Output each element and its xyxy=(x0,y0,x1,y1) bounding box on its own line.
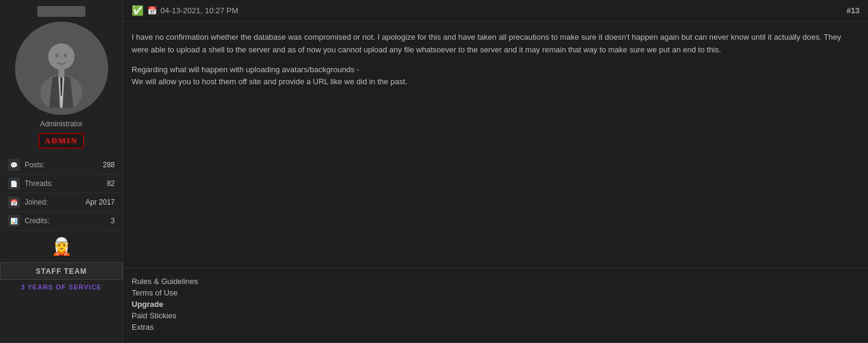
user-special-icon: 🧝 xyxy=(51,230,72,262)
post-paragraph-2: Regarding what will happen with uploadin… xyxy=(132,64,860,89)
years-service-bar: 3 YEARS OF SERVICE xyxy=(0,280,123,294)
post-body: I have no confirmation whether the datab… xyxy=(123,22,868,268)
admin-badge-text: ADMIN xyxy=(44,136,78,145)
post-paragraph-1: I have no confirmation whether the datab… xyxy=(132,31,860,57)
credits-label: Credits: xyxy=(25,217,111,225)
svg-point-7 xyxy=(55,54,59,57)
svg-point-1 xyxy=(48,43,75,70)
threads-icon: 📄 xyxy=(8,178,20,190)
post-line2b: We will allow you to host them off site … xyxy=(132,77,408,86)
user-sidebar: Administrator ADMIN 💬 Posts: 288 📄 Threa… xyxy=(0,0,123,342)
stat-joined: 📅 Joined: Apr 2017 xyxy=(3,193,120,212)
post-container: Administrator ADMIN 💬 Posts: 288 📄 Threa… xyxy=(0,0,868,343)
link-upgrade[interactable]: Upgrade xyxy=(132,300,860,309)
posts-icon: 💬 xyxy=(8,159,20,171)
credits-value: 3 xyxy=(111,217,115,225)
svg-point-8 xyxy=(64,54,67,57)
post-text: I have no confirmation whether the datab… xyxy=(132,31,860,88)
joined-value: Apr 2017 xyxy=(85,198,115,206)
admin-badge: ADMIN xyxy=(38,133,84,149)
post-number: #13 xyxy=(846,6,860,15)
posts-label: Posts: xyxy=(25,161,103,169)
post-content: ✅ 📅 04-13-2021, 10:27 PM #13 I have no c… xyxy=(123,0,868,342)
stat-threads: 📄 Threads: 82 xyxy=(3,175,120,193)
link-extras[interactable]: Extras xyxy=(132,323,860,332)
check-icon: ✅ xyxy=(132,5,144,16)
post-line2a: Regarding what will happen with uploadin… xyxy=(132,65,359,74)
link-rules-guidelines[interactable]: Rules & Guidelines xyxy=(132,277,860,286)
credits-icon: 📊 xyxy=(8,215,20,227)
svg-rect-6 xyxy=(58,69,64,78)
link-terms-of-use[interactable]: Terms of Use xyxy=(132,288,860,297)
link-paid-stickies[interactable]: Paid Stickies xyxy=(132,311,860,320)
joined-icon: 📅 xyxy=(8,196,20,208)
stat-credits: 📊 Credits: 3 xyxy=(3,212,120,230)
user-role: Administrator xyxy=(40,120,83,128)
staff-team-label: STAFF TEAM xyxy=(35,267,87,276)
user-name-bar xyxy=(37,6,85,17)
stat-posts: 💬 Posts: 288 xyxy=(3,156,120,175)
avatar xyxy=(15,22,108,115)
post-header-left: ✅ 📅 04-13-2021, 10:27 PM xyxy=(132,5,238,16)
user-stats: 💬 Posts: 288 📄 Threads: 82 📅 Joined: Apr… xyxy=(0,156,123,230)
post-header: ✅ 📅 04-13-2021, 10:27 PM #13 xyxy=(123,0,868,22)
threads-label: Threads: xyxy=(25,179,107,188)
posts-value: 288 xyxy=(103,161,115,169)
joined-label: Joined: xyxy=(25,198,85,206)
post-date: 04-13-2021, 10:27 PM xyxy=(160,6,238,15)
staff-team-badge: STAFF TEAM xyxy=(0,262,123,280)
threads-value: 82 xyxy=(107,179,115,188)
post-links: Rules & Guidelines Terms of Use Upgrade … xyxy=(123,268,868,342)
years-service-text: 3 YEARS OF SERVICE xyxy=(21,283,102,291)
calendar-icon: 📅 xyxy=(147,6,157,15)
